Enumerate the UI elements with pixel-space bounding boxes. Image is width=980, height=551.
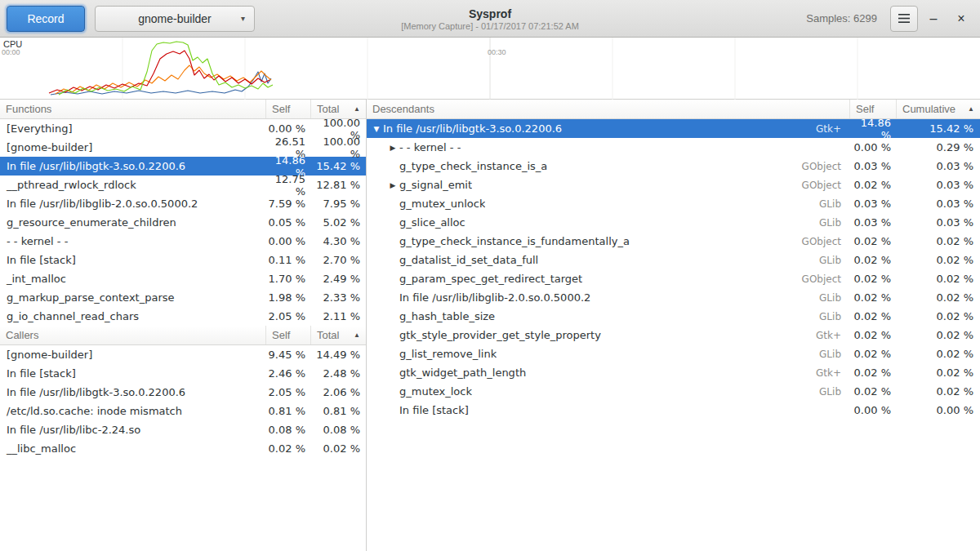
column-header-self[interactable]: Self	[265, 326, 310, 344]
table-row[interactable]: /etc/ld.so.cache: inode mismatch0.81 %0.…	[0, 402, 366, 420]
category-label: Gtk+	[816, 367, 849, 379]
table-row[interactable]: g_list_remove_linkGLib0.02 %0.02 %	[367, 344, 980, 363]
capture-subtitle: [Memory Capture] - 01/17/2017 07:21:52 A…	[401, 20, 579, 30]
function-name: gtk_widget_path_length	[399, 367, 526, 379]
function-name: g_slice_alloc	[399, 216, 466, 229]
table-row[interactable]: __libc_malloc0.02 %0.02 %	[0, 439, 366, 458]
record-button[interactable]: Record	[7, 6, 85, 32]
category-label: GLib	[819, 217, 849, 229]
close-button[interactable]: ×	[949, 7, 973, 31]
column-header-total[interactable]: Total ▲	[310, 326, 366, 344]
table-row[interactable]: g_datalist_id_set_data_fullGLib0.02 %0.0…	[367, 251, 980, 269]
cumulative-percent: 0.02 %	[896, 235, 980, 247]
descendants-table: Descendants Self Cumulative ▲ ▼In file /…	[367, 100, 980, 420]
self-percent: 2.05 %	[265, 310, 310, 322]
cpu-graph[interactable]: CPU 00:00 00:30	[0, 38, 980, 100]
table-row[interactable]: In file /usr/lib/libglib-2.0.so.0.5000.2…	[367, 288, 980, 307]
table-row[interactable]: In file /usr/lib/libc-2.24.so0.08 %0.08 …	[0, 420, 366, 439]
table-row[interactable]: __pthread_rwlock_rdlock12.75 %12.81 %	[0, 176, 366, 194]
table-row[interactable]: In file /usr/lib/libglib-2.0.so.0.5000.2…	[0, 194, 366, 213]
total-percent: 0.02 %	[310, 442, 366, 455]
self-percent: 2.05 %	[265, 386, 310, 398]
total-percent: 7.95 %	[310, 198, 366, 210]
cumulative-percent: 0.02 %	[896, 254, 980, 266]
table-row[interactable]: _int_malloc1.70 %2.49 %	[0, 269, 366, 288]
table-row[interactable]: In file [stack]0.00 %0.00 %	[367, 401, 980, 420]
column-header-cumulative[interactable]: Cumulative ▲	[896, 100, 980, 118]
table-row[interactable]: g_markup_parse_context_parse1.98 %2.33 %	[0, 288, 366, 307]
main-area: Functions Self Total ▲ [Everything]0.00 …	[0, 100, 980, 551]
table-row[interactable]: gtk_style_provider_get_style_propertyGtk…	[367, 326, 980, 344]
expander-icon[interactable]: ▶	[386, 181, 399, 189]
function-name: [gnome-builder]	[0, 349, 265, 361]
table-row[interactable]: g_hash_table_sizeGLib0.02 %0.02 %	[367, 307, 980, 326]
table-row[interactable]: In file [stack]0.11 %2.70 %	[0, 251, 366, 269]
function-name: __libc_malloc	[0, 442, 265, 455]
function-name: - - kernel - -	[399, 141, 461, 153]
table-row[interactable]: ▶- - kernel - -0.00 %0.29 %	[367, 138, 980, 157]
table-row[interactable]: ▶g_signal_emitGObject0.02 %0.03 %	[367, 176, 980, 194]
table-row[interactable]: g_slice_allocGLib0.03 %0.03 %	[367, 213, 980, 232]
menu-button[interactable]	[890, 6, 918, 32]
cumulative-percent: 15.42 %	[896, 122, 980, 135]
self-percent: 0.02 %	[849, 310, 896, 322]
total-percent: 14.49 %	[310, 349, 366, 361]
table-row[interactable]: g_io_channel_read_chars2.05 %2.11 %	[0, 307, 366, 326]
expander-icon[interactable]: ▶	[386, 144, 399, 152]
function-name: g_resource_enumerate_children	[0, 216, 265, 229]
function-name: [gnome-builder]	[0, 141, 265, 153]
column-header-cumulative-label: Cumulative	[902, 103, 956, 115]
self-percent: 0.02 %	[849, 235, 896, 247]
table-row[interactable]: g_mutex_unlockGLib0.03 %0.03 %	[367, 194, 980, 213]
cumulative-percent: 0.02 %	[896, 329, 980, 341]
chevron-down-icon: ▾	[241, 14, 245, 23]
column-header-functions[interactable]: Functions	[0, 100, 265, 118]
total-percent: 2.70 %	[310, 254, 366, 266]
self-percent: 1.98 %	[265, 291, 310, 304]
process-selector-label: gnome-builder	[138, 12, 212, 25]
expander-icon[interactable]: ▼	[370, 125, 383, 133]
process-selector[interactable]: gnome-builder ▾	[95, 6, 255, 32]
table-row[interactable]: In file /usr/lib/libgtk-3.so.0.2200.62.0…	[0, 383, 366, 402]
cumulative-percent: 0.02 %	[896, 273, 980, 285]
self-percent: 0.02 %	[849, 329, 896, 341]
table-row[interactable]: g_type_check_instance_is_aGObject0.03 %0…	[367, 157, 980, 176]
function-name: - - kernel - -	[0, 235, 265, 247]
left-pane: Functions Self Total ▲ [Everything]0.00 …	[0, 100, 367, 551]
function-name: g_mutex_lock	[399, 385, 472, 398]
functions-rows: [Everything]0.00 %100.00 %[gnome-builder…	[0, 119, 366, 326]
self-percent: 0.02 %	[265, 442, 310, 455]
category-label: GLib	[819, 386, 849, 398]
category-label: GLib	[819, 311, 849, 322]
self-percent: 0.02 %	[849, 273, 896, 285]
cpu-time-start: 00:00	[2, 48, 20, 56]
table-row[interactable]: ▼In file /usr/lib/libgtk-3.so.0.2200.6Gt…	[367, 119, 980, 138]
functions-table: Functions Self Total ▲ [Everything]0.00 …	[0, 100, 366, 326]
table-row[interactable]: g_type_check_instance_is_fundamentally_a…	[367, 232, 980, 251]
column-header-self[interactable]: Self	[265, 100, 310, 118]
table-row[interactable]: In file /usr/lib/libgtk-3.so.0.2200.614.…	[0, 157, 366, 176]
self-percent: 0.00 %	[849, 141, 896, 153]
callers-table: Callers Self Total ▲ [gnome-builder]9.45…	[0, 326, 366, 458]
sort-indicator-icon: ▲	[968, 105, 974, 113]
function-name: In file /usr/lib/libgtk-3.so.0.2200.6	[383, 122, 562, 135]
function-name: g_hash_table_size	[399, 310, 495, 322]
table-row[interactable]: gtk_widget_path_lengthGtk+0.02 %0.02 %	[367, 363, 980, 382]
hamburger-icon	[898, 14, 910, 23]
table-row[interactable]: [gnome-builder]9.45 %14.49 %	[0, 345, 366, 364]
table-row[interactable]: [gnome-builder]26.51 %100.00 %	[0, 138, 366, 157]
table-row[interactable]: g_param_spec_get_redirect_targetGObject0…	[367, 269, 980, 288]
self-percent: 9.45 %	[265, 349, 310, 361]
table-row[interactable]: - - kernel - -0.00 %4.30 %	[0, 232, 366, 251]
table-row[interactable]: In file [stack]2.46 %2.48 %	[0, 364, 366, 383]
table-row[interactable]: g_resource_enumerate_children0.05 %5.02 …	[0, 213, 366, 232]
table-row[interactable]: g_mutex_lockGLib0.02 %0.02 %	[367, 382, 980, 401]
total-percent: 2.33 %	[310, 291, 366, 304]
cumulative-percent: 0.03 %	[896, 216, 980, 229]
column-header-descendants[interactable]: Descendants	[367, 100, 849, 118]
column-header-callers[interactable]: Callers	[0, 326, 265, 344]
cpu-graph-canvas[interactable]	[0, 38, 980, 100]
total-percent: 0.81 %	[310, 405, 366, 417]
self-percent: 1.70 %	[265, 273, 310, 285]
minimize-button[interactable]: –	[921, 7, 946, 31]
